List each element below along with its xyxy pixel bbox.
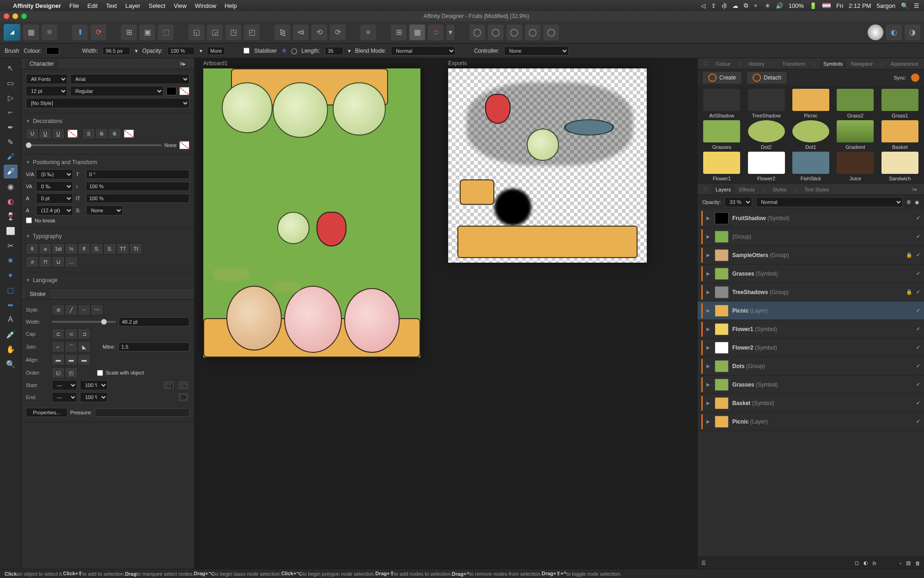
sync-button[interactable]: ⟳ (91, 25, 106, 40)
expand-arrow-icon[interactable]: ▶ (706, 363, 711, 369)
lock-icon[interactable]: 🔒 (906, 289, 912, 295)
op-subtract-button[interactable]: ◯ (488, 25, 504, 40)
layers-list[interactable]: ▶ FruitShadow (Symbol) ✓ ▶ (Group) ✓ ▶ S… (698, 209, 924, 557)
zoom-tool[interactable]: 🔍 (4, 357, 18, 371)
positioning-header[interactable]: Positioning and Transform (26, 157, 189, 167)
grid-button[interactable]: ⊞ (121, 25, 137, 40)
spotlight-icon[interactable]: 🔍 (901, 2, 908, 9)
opacity-input[interactable] (167, 47, 195, 55)
join-round[interactable]: ⌒ (65, 341, 78, 352)
start-arrow-select[interactable]: — (52, 380, 77, 390)
canvas[interactable]: Artboard1 Exports (194, 58, 698, 569)
rounded-tool[interactable]: ▢ (4, 283, 18, 297)
font-size-select[interactable]: 12 pt (26, 86, 67, 96)
layer-row[interactable]: ▶ SampleOtters (Group) 🔒 ✓ (698, 246, 924, 264)
expand-arrow-icon[interactable]: ▶ (706, 419, 711, 424)
more-button[interactable]: More (207, 47, 225, 55)
stroke-tab[interactable]: Stroke (25, 289, 50, 299)
strike-colour-swatch[interactable] (124, 129, 134, 138)
menu-layer[interactable]: Layer (125, 2, 140, 9)
expand-arrow-icon[interactable]: ▶ (706, 382, 711, 387)
start-place2[interactable]: → (177, 380, 189, 390)
pencil-tool[interactable]: ✎ (4, 135, 18, 149)
dropbox-icon[interactable]: ⇪ (711, 2, 716, 9)
font-collection-select[interactable]: All Fonts (26, 74, 67, 84)
decoration-swatch[interactable] (179, 141, 189, 149)
typo-b1[interactable]: ⅇ (26, 256, 39, 267)
nobreak-checkbox[interactable] (26, 217, 32, 223)
expand-arrow-icon[interactable]: ▶ (706, 252, 711, 258)
typo-b3[interactable]: ⊔ (52, 256, 65, 267)
eyedropper-tool[interactable]: 💉 (4, 327, 18, 341)
view-outline-button[interactable]: ◐ (886, 25, 902, 40)
stroke-none-button[interactable]: ⊘ (52, 304, 65, 315)
add-pixel-icon[interactable]: ▧ (906, 560, 911, 566)
typo-b2[interactable]: ⊓ (39, 256, 52, 267)
panel-menu-icon[interactable]: ≡▸ (175, 59, 190, 69)
visibility-checkbox[interactable]: ✓ (916, 252, 920, 258)
layer-row[interactable]: ▶ Dots (Group) ✓ (698, 357, 924, 375)
crop-tool[interactable]: ✂ (4, 239, 18, 252)
bluetooth-icon[interactable]: ✳ (765, 2, 770, 9)
order-front[interactable]: ◰ (65, 367, 78, 378)
minimize-window-button[interactable] (12, 13, 18, 19)
expand-arrow-icon[interactable]: ▶ (706, 289, 711, 295)
menu-window[interactable]: Window (195, 2, 216, 9)
layers-menu-icon[interactable]: ≡▸ (908, 184, 921, 194)
symbol-item[interactable]: Gradient (834, 120, 876, 150)
typo-tt[interactable]: TT (116, 243, 129, 254)
controller-select[interactable]: None (504, 46, 569, 55)
layer-row[interactable]: ▶ (Group) ✓ (698, 228, 924, 246)
expand-arrow-icon[interactable]: ▶ (706, 215, 711, 221)
layer-row[interactable]: ▶ Flower2 (Symbol) ✓ (698, 338, 924, 357)
close-window-button[interactable] (4, 13, 9, 19)
swap-ends-button[interactable]: ⟳ (177, 392, 189, 402)
blend-select[interactable]: Normal (391, 46, 456, 55)
char-style-select[interactable]: [No Style] (26, 98, 189, 108)
symbol-item[interactable]: Flower2 (745, 152, 787, 181)
length-input[interactable] (325, 47, 343, 55)
baseline-select[interactable]: 0 pt (36, 193, 73, 203)
expand-arrow-icon[interactable]: ▶ (706, 326, 711, 332)
op-add-button[interactable]: ◯ (469, 25, 485, 40)
kerning-select[interactable]: (0 ‰) (36, 169, 73, 179)
cloud-icon[interactable]: ☁ (732, 2, 738, 9)
magnet-button[interactable]: ⊃ (428, 25, 444, 40)
visibility-checkbox[interactable]: ✓ (916, 234, 920, 240)
underline-double-button[interactable]: U (52, 128, 65, 139)
symbol-item[interactable]: Grasses (700, 120, 743, 150)
underline-colour-swatch[interactable] (67, 129, 78, 138)
flip-v-button[interactable]: ⧏ (293, 25, 309, 40)
expand-arrow-icon[interactable]: ▶ (706, 400, 711, 406)
delete-layer-icon[interactable]: 🗑 (915, 560, 920, 566)
typo-s2[interactable]: S. (103, 243, 116, 254)
hand-tool[interactable]: ✋ (4, 342, 18, 356)
align-inside[interactable]: ▬ (65, 354, 78, 365)
symbol-item[interactable]: Dot2 (745, 120, 787, 150)
strike-double-button[interactable]: S (108, 128, 121, 139)
mitre-input[interactable] (118, 342, 190, 351)
node-tool[interactable]: ▷ (4, 91, 18, 105)
upload-button[interactable]: ⬆ (72, 25, 88, 40)
symbol-item[interactable]: Dot1 (790, 120, 832, 150)
rotation-input[interactable] (86, 170, 189, 179)
window-mode-icon[interactable]: ◯ (291, 48, 297, 54)
typography-header[interactable]: Typography (26, 231, 189, 241)
move-tool[interactable]: ↖ (4, 61, 18, 75)
artboard2-label[interactable]: Exports (448, 60, 467, 67)
symbol-item[interactable]: Grass1 (879, 89, 921, 118)
arrange-front-button[interactable]: ◰ (244, 25, 260, 40)
align-outside[interactable]: ▬ (78, 354, 91, 365)
width-input[interactable] (103, 47, 130, 55)
cap-butt[interactable]: ⊏ (52, 328, 65, 339)
tab-layers[interactable]: Layers (712, 185, 735, 194)
layer-fx-icon[interactable]: fx (873, 560, 877, 566)
leading-select[interactable]: (12.4 pt) (36, 205, 73, 215)
visibility-checkbox[interactable]: ✓ (916, 418, 920, 424)
lock-icon[interactable]: 🔒 (906, 252, 912, 258)
menu-edit[interactable]: Edit (87, 2, 97, 9)
visibility-checkbox[interactable]: ✓ (916, 289, 920, 295)
menu-icon[interactable]: ☰ (914, 2, 919, 9)
typo-half[interactable]: ½ (65, 243, 78, 254)
layer-mask-icon[interactable]: ◻ (855, 560, 859, 566)
